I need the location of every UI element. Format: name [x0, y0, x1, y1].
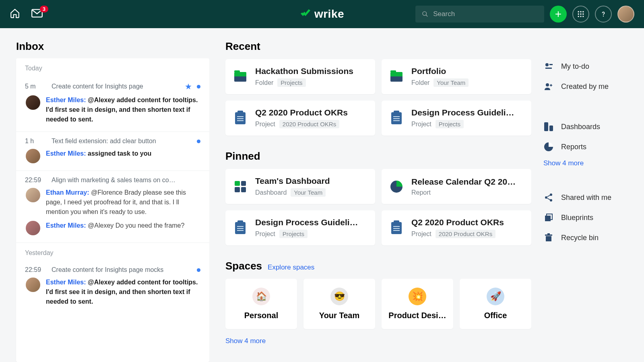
recent-grid: Hackathon SubmissionsFolderProjectsPortf… [225, 59, 531, 136]
right-panel: My to-doCreated by me DashboardsReports … [539, 28, 644, 362]
unread-dot [197, 85, 200, 88]
add-button[interactable]: + [550, 6, 567, 23]
message-author: Esther Miles: [46, 222, 86, 229]
main-panel: Recent Hackathon SubmissionsFolderProjec… [209, 28, 539, 362]
project-icon [233, 221, 247, 235]
user-avatar[interactable] [617, 6, 634, 23]
todo-icon [543, 61, 554, 72]
message-body: assigned task to you [86, 150, 152, 157]
inbox-message[interactable]: 22:59Align with marketing & sales teams … [16, 171, 209, 243]
inbox-panel: Inbox Today5 mCreate content for Insight… [0, 28, 209, 362]
message-time: 5 m [25, 83, 43, 90]
nav-item-dashboards[interactable]: Dashboards [543, 117, 636, 137]
pinned-title: Pinned [225, 150, 260, 162]
dashboards-icon [543, 121, 554, 132]
inbox-message[interactable]: 1 hText field extension: add clear butto… [16, 132, 209, 171]
right-group-1: My to-doCreated by me [543, 56, 636, 97]
card-title: Q2 2020 Product OKRs [411, 218, 523, 227]
space-icon: 💥 [409, 288, 426, 305]
right-show-more[interactable]: Show 4 more [543, 157, 636, 167]
search-bar[interactable] [415, 6, 544, 23]
svg-point-10 [582, 16, 584, 17]
space-name: Your Team [319, 311, 359, 320]
card-title: Design Process Guideli… [255, 218, 367, 227]
recent-header: Recent [225, 40, 531, 53]
message-title: Align with marketing & sales teams on co… [52, 177, 192, 184]
inbox-message[interactable]: 5 mCreate content for Insights page★Esth… [16, 76, 209, 132]
nav-item-blueprints[interactable]: Blueprints [543, 208, 636, 228]
author-avatar [26, 149, 40, 163]
spaces-header: Spaces Explore spaces [225, 260, 531, 272]
card-type: Folder [411, 79, 429, 86]
item-card[interactable]: Release Calendar Q2 20…Report [382, 169, 531, 204]
card-chip: Your Team [433, 78, 469, 87]
message-time: 22:59 [25, 177, 43, 184]
message-title: Text field extension: add clear button [52, 138, 189, 145]
space-card[interactable]: 🚀Office [460, 279, 531, 329]
nav-label: My to-do [561, 62, 589, 71]
inbox-message[interactable]: 22:59Create content for Insights page mo… [16, 261, 209, 314]
nav-item-created[interactable]: Created by me [543, 76, 636, 97]
item-card[interactable]: PortfolioFolderYour Team [382, 59, 531, 94]
apps-button[interactable] [572, 6, 589, 23]
right-group-3: Shared with meBlueprintsRecycle bin [543, 187, 636, 248]
apps-icon [577, 10, 585, 18]
nav-item-shared[interactable]: Shared with me [543, 187, 636, 208]
header-left: 3 [10, 8, 43, 20]
spaces-title: Spaces [225, 260, 262, 272]
item-card[interactable]: Q2 2020 Product OKRsProject2020 Product … [382, 210, 531, 245]
nav-label: Blueprints [561, 214, 593, 222]
card-type: Dashboard [255, 189, 287, 196]
item-card[interactable]: Team's DashboardDashboardYour Team [225, 169, 375, 204]
space-card[interactable]: 🏠Personal [225, 279, 297, 329]
help-button[interactable] [595, 6, 612, 23]
brand-logo: wrike [300, 8, 344, 21]
svg-point-11 [603, 16, 604, 16]
explore-spaces-link[interactable]: Explore spaces [268, 263, 314, 272]
svg-rect-22 [545, 234, 552, 236]
right-group-2: DashboardsReports Show 4 more [543, 117, 636, 167]
card-type: Project [411, 121, 431, 128]
nav-item-todo[interactable]: My to-do [543, 56, 636, 76]
search-input[interactable] [433, 10, 538, 18]
home-icon[interactable] [10, 8, 20, 20]
svg-point-7 [582, 13, 584, 14]
item-card[interactable]: Design Process Guideli…ProjectProjects [225, 210, 375, 245]
card-title: Release Calendar Q2 20… [411, 177, 523, 187]
nav-label: Reports [561, 143, 586, 151]
message-author: Esther Miles: [46, 150, 86, 157]
svg-point-1 [423, 12, 426, 15]
spaces-grid: 🏠Personal😎Your Team💥Product Desi…🚀Office [225, 279, 531, 329]
report-icon [390, 180, 403, 193]
card-title: Hackathon Submissions [255, 66, 367, 76]
spaces-show-more[interactable]: Show 4 more [225, 337, 531, 345]
space-icon: 🚀 [487, 288, 504, 305]
inbox-group-header: Today [16, 58, 209, 76]
card-type: Project [255, 230, 275, 238]
item-card[interactable]: Hackathon SubmissionsFolderProjects [225, 59, 375, 94]
space-card[interactable]: 😎Your Team [303, 279, 375, 329]
nav-item-recycle[interactable]: Recycle bin [543, 228, 636, 248]
item-card[interactable]: Q2 2020 Product OKRsProject2020 Product … [225, 101, 375, 136]
message-time: 1 h [25, 138, 43, 145]
folder-icon [233, 70, 247, 84]
svg-rect-13 [549, 64, 553, 65]
inbox-button[interactable]: 3 [31, 9, 43, 19]
item-card[interactable]: Design Process Guideli…ProjectProjects [382, 101, 531, 136]
card-chip: Projects [279, 230, 308, 238]
svg-point-5 [578, 13, 579, 14]
card-type: Project [255, 121, 275, 128]
svg-point-3 [580, 11, 581, 12]
space-card[interactable]: 💥Product Desi… [382, 279, 453, 329]
svg-point-6 [580, 13, 581, 14]
nav-item-reports[interactable]: Reports [543, 137, 636, 157]
svg-point-8 [578, 16, 579, 17]
pinned-header: Pinned [225, 150, 531, 162]
project-icon [390, 111, 403, 125]
svg-point-2 [578, 11, 579, 12]
star-icon[interactable]: ★ [185, 82, 192, 91]
card-chip: 2020 Product OKRs [279, 120, 339, 128]
shared-icon [543, 192, 554, 203]
author-avatar [26, 95, 40, 110]
content: Inbox Today5 mCreate content for Insight… [0, 28, 644, 362]
